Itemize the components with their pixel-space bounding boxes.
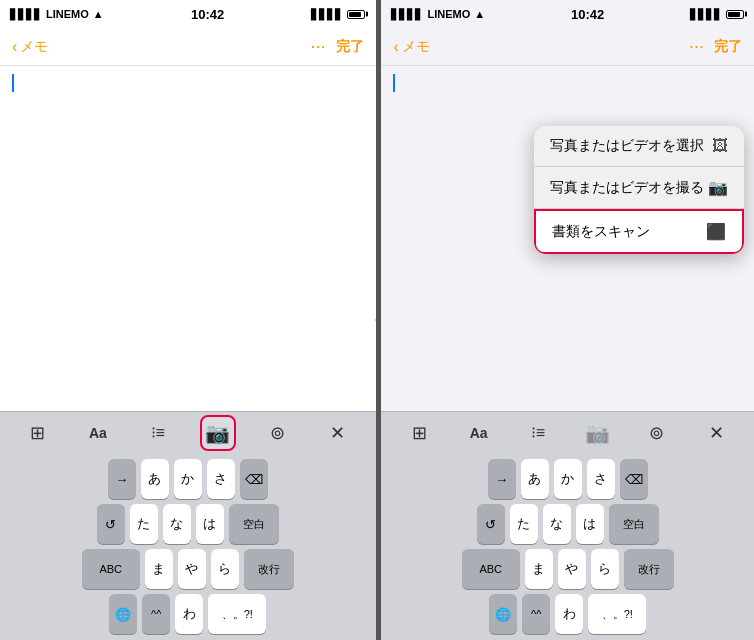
key-wa-left[interactable]: わ <box>175 594 203 634</box>
scan-icon: ⬛ <box>706 222 726 241</box>
kb-row-2-right: ↺ た な は 空白 <box>385 504 750 544</box>
nav-dots-right[interactable]: ··· <box>689 36 704 57</box>
camera-take-icon: 📷 <box>708 178 728 197</box>
key-a-left[interactable]: あ <box>141 459 169 499</box>
key-globe-left[interactable]: 🌐 <box>109 594 137 634</box>
camera-icon-left: 📷 <box>205 421 230 445</box>
circle-button-left[interactable]: ⊚ <box>260 415 296 451</box>
table-icon-left: ⊞ <box>30 422 45 444</box>
key-ka-left[interactable]: か <box>174 459 202 499</box>
camera-button-right[interactable]: 📷 <box>579 415 615 451</box>
list-button-left[interactable]: ⁝≡ <box>140 415 176 451</box>
key-ra-right[interactable]: ら <box>591 549 619 589</box>
key-return-left[interactable]: 改行 <box>244 549 294 589</box>
key-sa-right[interactable]: さ <box>587 459 615 499</box>
signal-icon: ▋▋▋▋ <box>10 9 42 20</box>
popup-item-photo-take[interactable]: 写真またはビデオを撮る 📷 <box>534 167 744 209</box>
popup-item-photo-take-label: 写真またはビデオを撮る <box>550 179 704 197</box>
close-button-right[interactable]: ✕ <box>698 415 734 451</box>
key-ta-right[interactable]: た <box>510 504 538 544</box>
close-button-left[interactable]: ✕ <box>319 415 355 451</box>
key-undo-left[interactable]: ↺ <box>97 504 125 544</box>
nav-done-right[interactable]: 完了 <box>714 38 742 56</box>
key-ra-left[interactable]: ら <box>211 549 239 589</box>
key-ta-left[interactable]: た <box>130 504 158 544</box>
key-sa-left[interactable]: さ <box>207 459 235 499</box>
kb-row-1-left: → あ か さ ⌫ <box>4 459 372 499</box>
right-phone-panel: ▋▋▋▋ LINEMO ▲ 10:42 ▋▋▋▋ ‹ メモ ··· 完了 写真ま… <box>378 0 754 640</box>
kb-row-1-right: → あ か さ ⌫ <box>385 459 750 499</box>
key-return-right[interactable]: 改行 <box>624 549 674 589</box>
signal-right-icon-right: ▋▋▋▋ <box>690 9 722 20</box>
key-ha-right[interactable]: は <box>576 504 604 544</box>
key-ha-left[interactable]: は <box>196 504 224 544</box>
popup-item-photo-select[interactable]: 写真またはビデオを選択 🖼 <box>534 126 744 167</box>
back-button-left[interactable]: ‹ メモ <box>12 38 48 56</box>
nav-done-left[interactable]: 完了 <box>336 38 364 56</box>
table-button-right[interactable]: ⊞ <box>401 415 437 451</box>
key-globe-right[interactable]: 🌐 <box>489 594 517 634</box>
status-left: ▋▋▋▋ LINEMO ▲ <box>10 8 104 20</box>
close-icon-left: ✕ <box>330 422 345 444</box>
key-punct-right[interactable]: 、。?! <box>588 594 646 634</box>
note-area-right[interactable]: 写真またはビデオを選択 🖼 写真またはビデオを撮る 📷 書類をスキャン ⬛ <box>381 66 754 411</box>
table-button-left[interactable]: ⊞ <box>20 415 56 451</box>
camera-button-left[interactable]: 📷 <box>200 415 236 451</box>
nav-dots-left[interactable]: ··· <box>310 36 325 57</box>
text-button-left[interactable]: Aa <box>80 415 116 451</box>
photo-select-icon: 🖼 <box>712 137 728 155</box>
key-abc-right[interactable]: ABC <box>462 549 520 589</box>
key-space-left[interactable]: 空白 <box>229 504 279 544</box>
nav-bar-left: ‹ メモ ··· 完了 <box>0 28 376 66</box>
list-button-right[interactable]: ⁝≡ <box>520 415 556 451</box>
toolbar-left: ⊞ Aa ⁝≡ 📷 ⊚ ✕ <box>0 411 376 453</box>
signal-icon-right: ▋▋▋▋ <box>391 9 423 20</box>
key-ya-right[interactable]: や <box>558 549 586 589</box>
key-na-right[interactable]: な <box>543 504 571 544</box>
nav-right-right: ··· 完了 <box>689 36 742 57</box>
key-ma-right[interactable]: ま <box>525 549 553 589</box>
wifi-icon-right: ▲ <box>474 8 485 20</box>
carrier-label: LINEMO <box>46 8 89 20</box>
circle-icon-left: ⊚ <box>270 422 285 444</box>
note-area-left[interactable] <box>0 66 376 411</box>
text-icon-right: Aa <box>470 425 488 441</box>
key-punct-left[interactable]: 、。?! <box>208 594 266 634</box>
key-delete-right[interactable]: ⌫ <box>620 459 648 499</box>
key-delete-left[interactable]: ⌫ <box>240 459 268 499</box>
circle-button-right[interactable]: ⊚ <box>639 415 675 451</box>
key-arrow-right[interactable]: → <box>488 459 516 499</box>
camera-icon-right: 📷 <box>585 421 610 445</box>
key-a-right[interactable]: あ <box>521 459 549 499</box>
key-caret-left[interactable]: ^^ <box>142 594 170 634</box>
text-cursor-left <box>12 74 14 92</box>
key-ma-left[interactable]: ま <box>145 549 173 589</box>
back-label-left: メモ <box>20 38 48 56</box>
key-abc-left[interactable]: ABC <box>82 549 140 589</box>
toolbar-right: ⊞ Aa ⁝≡ 📷 ⊚ ✕ <box>381 411 754 453</box>
key-space-right[interactable]: 空白 <box>609 504 659 544</box>
popup-item-scan-label: 書類をスキャン <box>552 223 650 241</box>
status-bar-right: ▋▋▋▋ LINEMO ▲ 10:42 ▋▋▋▋ <box>381 0 754 28</box>
back-button-right[interactable]: ‹ メモ <box>393 38 429 56</box>
list-icon-right: ⁝≡ <box>531 423 545 442</box>
list-icon-left: ⁝≡ <box>151 423 165 442</box>
key-caret-right[interactable]: ^^ <box>522 594 550 634</box>
status-left-right: ▋▋▋▋ LINEMO ▲ <box>391 8 485 20</box>
key-arrow-left[interactable]: → <box>108 459 136 499</box>
key-ka-right[interactable]: か <box>554 459 582 499</box>
key-wa-right[interactable]: わ <box>555 594 583 634</box>
nav-right-left: ··· 完了 <box>310 36 363 57</box>
key-undo-right[interactable]: ↺ <box>477 504 505 544</box>
key-na-left[interactable]: な <box>163 504 191 544</box>
status-bar-left: ▋▋▋▋ LINEMO ▲ 10:42 ▋▋▋▋ <box>0 0 376 28</box>
time-label: 10:42 <box>191 7 224 22</box>
popup-item-scan[interactable]: 書類をスキャン ⬛ <box>534 209 744 254</box>
text-icon-left: Aa <box>89 425 107 441</box>
left-phone-panel: ▋▋▋▋ LINEMO ▲ 10:42 ▋▋▋▋ ‹ メモ ··· 完了 ⊞ A… <box>0 0 376 640</box>
key-ya-left[interactable]: や <box>178 549 206 589</box>
back-chevron-right: ‹ <box>393 38 398 56</box>
status-right: ▋▋▋▋ <box>311 9 365 20</box>
text-button-right[interactable]: Aa <box>461 415 497 451</box>
keyboard-right: → あ か さ ⌫ ↺ た な は 空白 ABC ま や ら 改行 🌐 ^^ わ… <box>381 453 754 640</box>
